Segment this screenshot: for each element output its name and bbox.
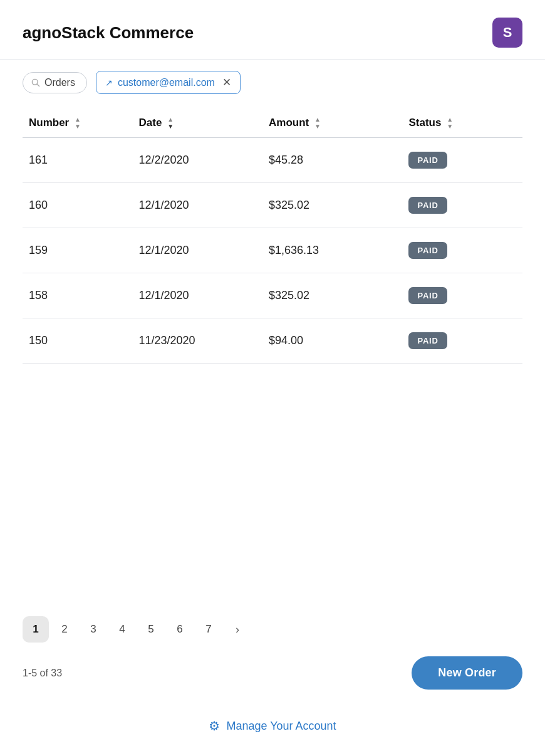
sort-icon-number: ▲ ▼ bbox=[75, 117, 81, 130]
pagination-next-button[interactable]: › bbox=[224, 616, 251, 643]
avatar[interactable]: S bbox=[492, 18, 522, 48]
close-icon[interactable]: ✕ bbox=[222, 76, 231, 89]
cell-date: 11/23/2020 bbox=[133, 318, 262, 364]
customer-email-pill[interactable]: ↗ customer@email.com ✕ bbox=[96, 71, 241, 94]
search-label: Orders bbox=[44, 77, 75, 88]
status-badge: PAID bbox=[408, 197, 447, 214]
manage-account-section: ⚙ Manage Your Account bbox=[0, 703, 545, 756]
toolbar: Orders ↗ customer@email.com ✕ bbox=[0, 60, 545, 100]
table-row[interactable]: 150 11/23/2020 $94.00 PAID bbox=[23, 318, 522, 364]
cell-number: 160 bbox=[23, 183, 133, 228]
external-link-icon: ↗ bbox=[105, 78, 113, 88]
page-button-4[interactable]: 4 bbox=[109, 616, 135, 643]
pagination: 1234567› bbox=[0, 605, 545, 648]
svg-line-1 bbox=[37, 84, 39, 87]
page-button-1[interactable]: 1 bbox=[23, 616, 49, 643]
footer-row: 1-5 of 33 New Order bbox=[0, 648, 545, 703]
table-header: Number ▲ ▼ Date ▲ ▼ Amou bbox=[23, 107, 522, 138]
table-row[interactable]: 160 12/1/2020 $325.02 PAID bbox=[23, 183, 522, 228]
cell-amount: $325.02 bbox=[262, 183, 402, 228]
page-button-2[interactable]: 2 bbox=[51, 616, 78, 643]
cell-number: 150 bbox=[23, 318, 133, 364]
col-header-number[interactable]: Number ▲ ▼ bbox=[23, 107, 133, 138]
cell-amount: $45.28 bbox=[262, 138, 402, 183]
cell-status: PAID bbox=[402, 318, 522, 364]
sort-icon-amount: ▲ ▼ bbox=[314, 117, 321, 130]
table-body: 161 12/2/2020 $45.28 PAID 160 12/1/2020 … bbox=[23, 138, 522, 364]
customer-email-text: customer@email.com bbox=[118, 77, 215, 88]
cell-number: 161 bbox=[23, 138, 133, 183]
search-orders-pill[interactable]: Orders bbox=[23, 72, 87, 93]
app-container: agnoStack Commerce S Orders ↗ customer@e… bbox=[0, 0, 545, 756]
status-badge: PAID bbox=[408, 152, 447, 169]
sort-icon-date: ▲ ▼ bbox=[167, 117, 174, 130]
new-order-button[interactable]: New Order bbox=[412, 656, 522, 690]
page-button-3[interactable]: 3 bbox=[80, 616, 106, 643]
cell-date: 12/1/2020 bbox=[133, 183, 262, 228]
table-row[interactable]: 161 12/2/2020 $45.28 PAID bbox=[23, 138, 522, 183]
table-row[interactable]: 158 12/1/2020 $325.02 PAID bbox=[23, 273, 522, 318]
page-button-5[interactable]: 5 bbox=[138, 616, 164, 643]
orders-table: Number ▲ ▼ Date ▲ ▼ Amou bbox=[23, 107, 522, 364]
cell-number: 159 bbox=[23, 228, 133, 273]
search-icon bbox=[31, 78, 41, 88]
cell-date: 12/2/2020 bbox=[133, 138, 262, 183]
app-title: agnoStack Commerce bbox=[23, 23, 194, 43]
cell-number: 158 bbox=[23, 273, 133, 318]
status-badge: PAID bbox=[408, 332, 447, 349]
page-button-6[interactable]: 6 bbox=[167, 616, 193, 643]
col-header-amount[interactable]: Amount ▲ ▼ bbox=[262, 107, 402, 138]
cell-amount: $1,636.13 bbox=[262, 228, 402, 273]
results-count: 1-5 of 33 bbox=[23, 668, 62, 679]
status-badge: PAID bbox=[408, 242, 447, 259]
avatar-letter: S bbox=[503, 24, 512, 41]
cell-amount: $325.02 bbox=[262, 273, 402, 318]
cell-status: PAID bbox=[402, 183, 522, 228]
col-header-date[interactable]: Date ▲ ▼ bbox=[133, 107, 262, 138]
cell-amount: $94.00 bbox=[262, 318, 402, 364]
cell-status: PAID bbox=[402, 138, 522, 183]
page-button-7[interactable]: 7 bbox=[195, 616, 222, 643]
table-row[interactable]: 159 12/1/2020 $1,636.13 PAID bbox=[23, 228, 522, 273]
status-badge: PAID bbox=[408, 287, 447, 304]
cell-date: 12/1/2020 bbox=[133, 273, 262, 318]
manage-account-link[interactable]: Manage Your Account bbox=[226, 720, 336, 733]
col-header-status[interactable]: Status ▲ ▼ bbox=[402, 107, 522, 138]
cell-status: PAID bbox=[402, 273, 522, 318]
cell-status: PAID bbox=[402, 228, 522, 273]
orders-table-container: Number ▲ ▼ Date ▲ ▼ Amou bbox=[0, 100, 545, 605]
header: agnoStack Commerce S bbox=[0, 0, 545, 60]
cell-date: 12/1/2020 bbox=[133, 228, 262, 273]
gear-icon: ⚙ bbox=[209, 718, 220, 733]
sort-icon-status: ▲ ▼ bbox=[447, 117, 453, 130]
